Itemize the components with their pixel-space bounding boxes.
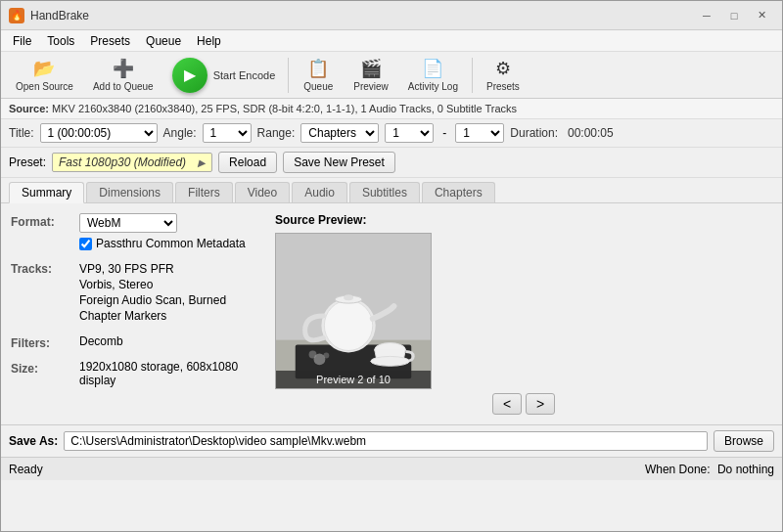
tab-audio[interactable]: Audio: [292, 182, 347, 202]
preview-icon: 🎬: [360, 58, 382, 79]
tab-subtitles[interactable]: Subtitles: [349, 182, 420, 202]
title-bar: 🔥 HandBrake ─ □ ✕: [1, 1, 782, 30]
chapter-from-select[interactable]: 1: [385, 123, 434, 143]
size-label: Size:: [11, 360, 79, 376]
preview-panel: Source Preview:: [265, 203, 782, 424]
menu-bar: File Tools Presets Queue Help: [1, 30, 782, 52]
preset-field[interactable]: Fast 1080p30 (Modified) ▶: [52, 153, 212, 172]
preview-nav: < >: [275, 393, 772, 415]
preset-value: Fast 1080p30 (Modified): [59, 155, 186, 169]
tab-summary[interactable]: Summary: [9, 182, 84, 203]
track-2: Vorbis, Stereo: [79, 278, 255, 291]
chapter-dash: -: [442, 126, 446, 140]
svg-point-4: [324, 300, 372, 350]
menu-file[interactable]: File: [5, 32, 39, 50]
save-new-preset-button[interactable]: Save New Preset: [283, 152, 395, 173]
window-controls: ─ □ ✕: [694, 6, 774, 25]
preview-next-button[interactable]: >: [526, 393, 555, 415]
chapter-to-select[interactable]: 1: [455, 123, 504, 143]
when-done-text: When Done: Do nothing: [645, 463, 774, 476]
duration-label: Duration:: [510, 126, 558, 140]
when-done-label: When Done:: [645, 463, 711, 476]
status-text: Ready: [9, 463, 43, 476]
preset-bar: Preset: Fast 1080p30 (Modified) ▶ Reload…: [1, 148, 782, 178]
preview-button[interactable]: 🎬 Preview: [345, 55, 397, 96]
minimize-button[interactable]: ─: [694, 6, 719, 25]
queue-button[interactable]: 📋 Queue: [294, 55, 343, 96]
toolbar-separator-2: [472, 58, 473, 93]
open-source-icon: 📂: [33, 58, 55, 79]
range-select[interactable]: Chapters: [300, 123, 379, 143]
browse-button[interactable]: Browse: [714, 430, 774, 452]
when-done-value: Do nothing: [717, 463, 774, 476]
tab-dimensions[interactable]: Dimensions: [86, 182, 173, 202]
start-encode-button[interactable]: ▶ Start Encode: [164, 55, 284, 96]
angle-select[interactable]: 1: [203, 123, 252, 143]
format-value: WebM Passthru Common Metadata: [79, 213, 255, 250]
track-3: Foreign Audio Scan, Burned: [79, 293, 255, 307]
svg-point-10: [309, 350, 317, 358]
reload-button[interactable]: Reload: [218, 152, 277, 173]
tab-filters[interactable]: Filters: [175, 182, 233, 202]
add-to-queue-button[interactable]: ➕ Add to Queue: [84, 55, 162, 96]
presets-icon: ⚙: [495, 58, 511, 79]
tab-video[interactable]: Video: [235, 182, 290, 202]
angle-label: Angle:: [163, 126, 197, 140]
title-select[interactable]: 1 (00:00:05): [40, 123, 158, 143]
tracks-value: VP9, 30 FPS PFR Vorbis, Stereo Foreign A…: [79, 260, 255, 325]
format-row: Format: WebM Passthru Common Metadata: [11, 213, 255, 250]
preview-image: Preview 2 of 10: [275, 233, 432, 389]
maximize-button[interactable]: □: [721, 6, 747, 25]
menu-queue[interactable]: Queue: [138, 32, 189, 50]
add-queue-icon: ➕: [113, 58, 134, 79]
activity-log-button[interactable]: 📄 Activity Log: [399, 55, 467, 96]
filters-label: Filters:: [11, 334, 79, 350]
presets-button[interactable]: ⚙ Presets: [478, 55, 529, 96]
source-label: Source:: [9, 103, 49, 114]
track-4: Chapter Markers: [79, 309, 255, 323]
status-bar: Ready When Done: Do nothing: [1, 457, 782, 480]
queue-icon: 📋: [307, 58, 329, 79]
passthru-label: Passthru Common Metadata: [96, 237, 246, 250]
size-value: 1920x1080 storage, 608x1080 display: [79, 360, 255, 387]
duration-value: 00:00:05: [568, 126, 614, 140]
tracks-row: Tracks: VP9, 30 FPS PFR Vorbis, Stereo F…: [11, 260, 255, 325]
tabs: Summary Dimensions Filters Video Audio S…: [1, 178, 782, 203]
start-icon: ▶: [172, 58, 207, 93]
range-label: Range:: [257, 126, 296, 140]
tab-chapters[interactable]: Chapters: [422, 182, 495, 202]
title-row: Title: 1 (00:00:05) Angle: 1 Range: Chap…: [1, 119, 782, 148]
svg-point-6: [344, 294, 353, 300]
toolbar: 📂 Open Source ➕ Add to Queue ▶ Start Enc…: [1, 52, 782, 99]
filters-value: Decomb: [79, 334, 255, 348]
source-info: MKV 2160x3840 (2160x3840), 25 FPS, SDR (…: [52, 103, 517, 114]
preview-svg: [276, 234, 431, 388]
close-button[interactable]: ✕: [749, 6, 774, 25]
save-path-input[interactable]: [64, 431, 708, 451]
passthru-row: Passthru Common Metadata: [79, 237, 255, 250]
save-as-label: Save As:: [9, 434, 58, 448]
title-label: Title:: [9, 126, 34, 140]
app-title: HandBrake: [30, 9, 694, 22]
svg-point-8: [371, 356, 410, 366]
source-bar: Source: MKV 2160x3840 (2160x3840), 25 FP…: [1, 99, 782, 119]
format-select[interactable]: WebM: [79, 213, 177, 233]
preset-label: Preset:: [9, 155, 46, 169]
summary-left-panel: Format: WebM Passthru Common Metadata Tr…: [1, 203, 265, 424]
menu-presets[interactable]: Presets: [82, 32, 138, 50]
format-label: Format:: [11, 213, 79, 229]
passthru-checkbox[interactable]: [79, 238, 92, 250]
menu-help[interactable]: Help: [189, 32, 229, 50]
svg-point-11: [323, 352, 329, 358]
preview-label: Source Preview:: [275, 213, 772, 227]
open-source-button[interactable]: 📂 Open Source: [7, 55, 82, 96]
tab-content: Format: WebM Passthru Common Metadata Tr…: [1, 203, 782, 424]
save-bar: Save As: Browse: [1, 424, 782, 457]
preview-counter: Preview 2 of 10: [276, 371, 431, 388]
filters-row: Filters: Decomb: [11, 334, 255, 350]
menu-tools[interactable]: Tools: [39, 32, 82, 50]
preset-arrow-icon: ▶: [198, 157, 206, 168]
activity-log-icon: 📄: [422, 58, 443, 79]
toolbar-separator: [288, 58, 289, 93]
preview-prev-button[interactable]: <: [492, 393, 522, 415]
